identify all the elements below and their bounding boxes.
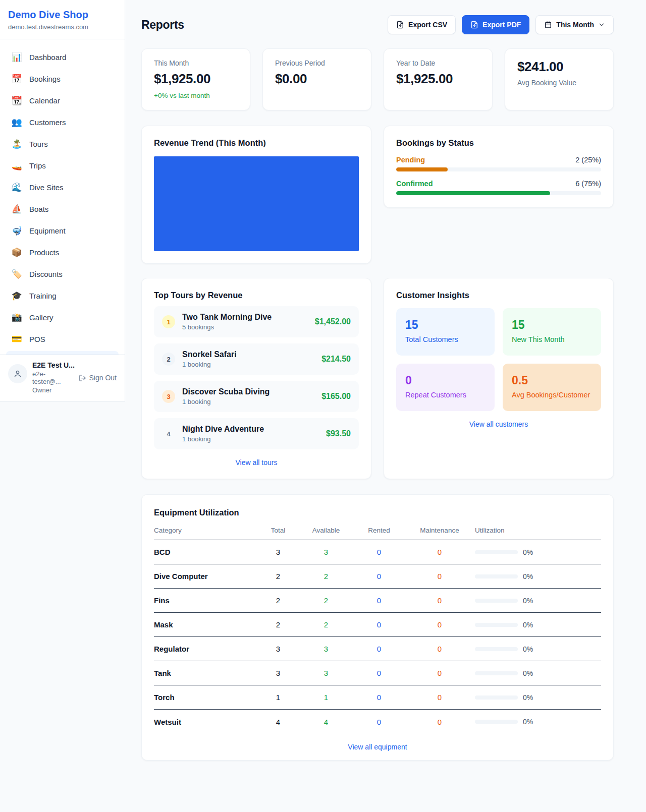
table-row: Torch 1 1 0 0 0%	[154, 685, 601, 710]
status-value: 2 (25%)	[575, 156, 601, 164]
tour-name: Night Dive Adventure	[182, 425, 264, 434]
status-bar-track	[396, 167, 601, 171]
mid-row: Top Tours by Revenue 1 Two Tank Morning …	[141, 278, 614, 479]
tour-bookings-count: 5 bookings	[182, 323, 272, 331]
revenue-trend-chart	[154, 156, 359, 251]
status-bar-fill	[396, 167, 448, 171]
tour-row[interactable]: 4 Night Dive Adventure 1 booking $93.50	[154, 418, 359, 449]
insight-label: Avg Bookings/Customer	[512, 391, 592, 399]
sidebar-item-label: Dive Sites	[29, 183, 64, 192]
sidebar-item-label: Gallery	[29, 313, 53, 322]
utilization-percent: 0%	[523, 572, 533, 581]
utilization-bar	[475, 574, 518, 578]
equipment-table: Category Total Available Rented Maintena…	[154, 527, 601, 734]
equipment-category: Dive Computer	[154, 572, 258, 581]
sidebar-item-dive-sites[interactable]: 🌊 Dive Sites	[6, 177, 119, 198]
equipment-maintenance: 0	[404, 669, 475, 677]
utilization-percent: 0%	[523, 597, 533, 605]
sidebar-item-discounts[interactable]: 🏷️ Discounts	[6, 263, 119, 285]
sidebar-item-customers[interactable]: 👥 Customers	[6, 111, 119, 133]
stat-label: This Month	[154, 59, 238, 67]
export-csv-label: Export CSV	[408, 21, 447, 29]
sidebar-active-item-peek[interactable]	[6, 351, 119, 355]
export-csv-button[interactable]: Export CSV	[388, 15, 456, 34]
sidebar-item-gallery[interactable]: 📸 Gallery	[6, 307, 119, 328]
equipment-rented: 0	[354, 596, 404, 605]
tour-row[interactable]: 3 Discover Scuba Diving 1 booking $165.0…	[154, 381, 359, 412]
column-header-utilization: Utilization	[475, 527, 601, 534]
sidebar-item-training[interactable]: 🎓 Training	[6, 285, 119, 307]
utilization-bar	[475, 695, 518, 700]
insight-value: 0	[405, 374, 486, 387]
stat-label: Avg Booking Value	[517, 79, 601, 87]
sidebar-item-dashboard[interactable]: 📊 Dashboard	[6, 46, 119, 68]
sidebar-item-label: Training	[29, 292, 57, 300]
export-pdf-button[interactable]: Export PDF	[462, 15, 529, 34]
tour-name: Discover Scuba Diving	[182, 387, 270, 396]
brand-name[interactable]: Demo Dive Shop	[8, 9, 117, 21]
stats-row: This Month $1,925.00 +0% vs last month P…	[141, 48, 614, 110]
equipment-utilization-card: Equipment Utilization Category Total Ava…	[141, 494, 614, 761]
equipment-rented: 0	[354, 548, 404, 556]
column-header-maintenance: Maintenance	[404, 527, 475, 534]
sidebar-item-trips[interactable]: 🚤 Trips	[6, 155, 119, 177]
sidebar-item-pos[interactable]: 💳 POS	[6, 328, 119, 350]
sign-out-button[interactable]: Sign Out	[79, 374, 117, 382]
sidebar-item-boats[interactable]: ⛵ Boats	[6, 198, 119, 220]
insight-label: New This Month	[512, 335, 592, 343]
sidebar-item-bookings[interactable]: 📅 Bookings	[6, 68, 119, 90]
status-row-confirmed: Confirmed 6 (75%)	[396, 180, 601, 195]
status-row-pending: Pending 2 (25%)	[396, 156, 601, 171]
equipment-available: 4	[298, 718, 354, 726]
revenue-trend-title: Revenue Trend (This Month)	[154, 138, 359, 148]
sidebar-item-label: Bookings	[29, 75, 61, 83]
page-header: Reports Export CSV Export PDF This Month	[141, 15, 614, 34]
column-header-available: Available	[298, 527, 354, 534]
sidebar-item-products[interactable]: 📦 Products	[6, 242, 119, 263]
status-bar-fill	[396, 191, 550, 195]
dashboard-icon: 📊	[11, 52, 22, 63]
equipment-available: 1	[298, 693, 354, 702]
sidebar-item-tours[interactable]: 🏝️ Tours	[6, 133, 119, 155]
status-value: 6 (75%)	[575, 180, 601, 188]
equipment-category: Torch	[154, 693, 258, 702]
tour-row[interactable]: 2 Snorkel Safari 1 booking $214.50	[154, 343, 359, 375]
view-all-tours-link[interactable]: View all tours	[154, 458, 359, 467]
utilization-percent: 0%	[523, 621, 533, 629]
sidebar-item-calendar[interactable]: 📆 Calendar	[6, 90, 119, 111]
sidebar-item-label: Trips	[29, 161, 46, 170]
sidebar-item-equipment[interactable]: 🤿 Equipment	[6, 220, 119, 242]
tour-row[interactable]: 1 Two Tank Morning Dive 5 bookings $1,45…	[154, 306, 359, 337]
charts-row: Revenue Trend (This Month) Bookings by S…	[141, 126, 614, 264]
utilization-bar	[475, 623, 518, 627]
equipment-category: Mask	[154, 620, 258, 629]
insight-tile-total-customers: 15 Total Customers	[396, 308, 495, 356]
stat-value: $0.00	[275, 71, 359, 87]
stat-value: $1,925.00	[396, 71, 480, 87]
sidebar-item-label: Customers	[29, 118, 66, 127]
tour-name: Snorkel Safari	[182, 350, 237, 359]
sidebar-item-label: Calendar	[29, 96, 60, 105]
equipment-maintenance: 0	[404, 548, 475, 556]
equipment-maintenance: 0	[404, 596, 475, 605]
equipment-maintenance: 0	[404, 620, 475, 629]
equipment-available: 3	[298, 669, 354, 677]
utilization-bar	[475, 720, 518, 724]
view-all-customers-link[interactable]: View all customers	[396, 420, 601, 428]
export-pdf-label: Export PDF	[482, 21, 521, 29]
stat-value: $241.00	[517, 59, 601, 75]
insight-value: 0.5	[512, 374, 592, 387]
period-label: This Month	[556, 21, 594, 29]
column-header-category: Category	[154, 527, 258, 534]
insight-label: Total Customers	[405, 335, 486, 343]
period-dropdown[interactable]: This Month	[535, 15, 614, 34]
sidebar-item-label: Discounts	[29, 270, 63, 278]
status-label: Confirmed	[396, 180, 433, 188]
customer-insights-title: Customer Insights	[396, 291, 601, 300]
sign-out-label: Sign Out	[89, 374, 117, 382]
equipment-rented: 0	[354, 620, 404, 629]
view-all-equipment-link[interactable]: View all equipment	[154, 743, 601, 751]
tour-revenue: $214.50	[321, 355, 351, 364]
stat-delta: +0% vs last month	[154, 92, 238, 99]
rank-badge: 2	[162, 353, 175, 366]
